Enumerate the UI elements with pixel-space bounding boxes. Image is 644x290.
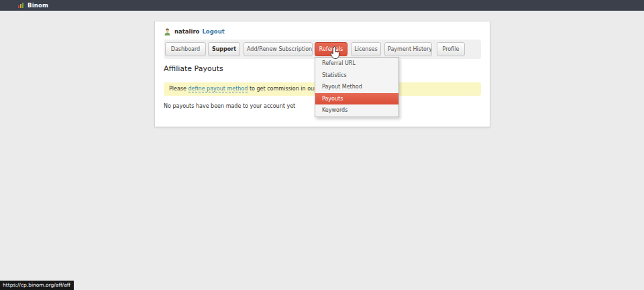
brand-title: Binom	[28, 2, 48, 9]
menu-item-referral-url[interactable]: Referral URL	[315, 58, 398, 70]
tab-dashboard[interactable]: Dashboard	[165, 42, 206, 56]
nav-toolbar: Dashboard Support Add/Renew Subscription…	[164, 40, 481, 59]
status-url-tooltip: https://cp.binom.org/aff/aff	[0, 281, 74, 290]
bar-chart-icon[interactable]	[18, 3, 23, 8]
logout-link[interactable]: Logout	[202, 28, 224, 35]
tab-support[interactable]: Support	[208, 42, 240, 56]
tab-add-renew-subscription[interactable]: Add/Renew Subscription	[244, 42, 313, 56]
tab-referrals[interactable]: Referrals	[315, 42, 347, 56]
topbar: Binom	[0, 0, 644, 11]
notice-text-prefix: Please	[169, 86, 189, 92]
referrals-dropdown-menu: Referral URL Statistics Payout Method Pa…	[315, 57, 399, 117]
define-payout-method-link[interactable]: define payout method	[189, 86, 248, 92]
tab-payment-history[interactable]: Payment History	[384, 42, 432, 56]
username: nataliro	[174, 28, 199, 35]
menu-item-payouts[interactable]: Payouts	[315, 93, 398, 105]
menu-item-statistics[interactable]: Statistics	[315, 70, 398, 82]
menu-item-payout-method[interactable]: Payout Method	[315, 81, 398, 93]
user-row: nataliro Logout	[164, 27, 481, 35]
tab-profile[interactable]: Profile	[437, 42, 465, 56]
tab-licenses[interactable]: Licenses	[351, 42, 381, 56]
menu-item-keywords[interactable]: Keywords	[315, 104, 398, 117]
person-icon	[164, 28, 171, 35]
